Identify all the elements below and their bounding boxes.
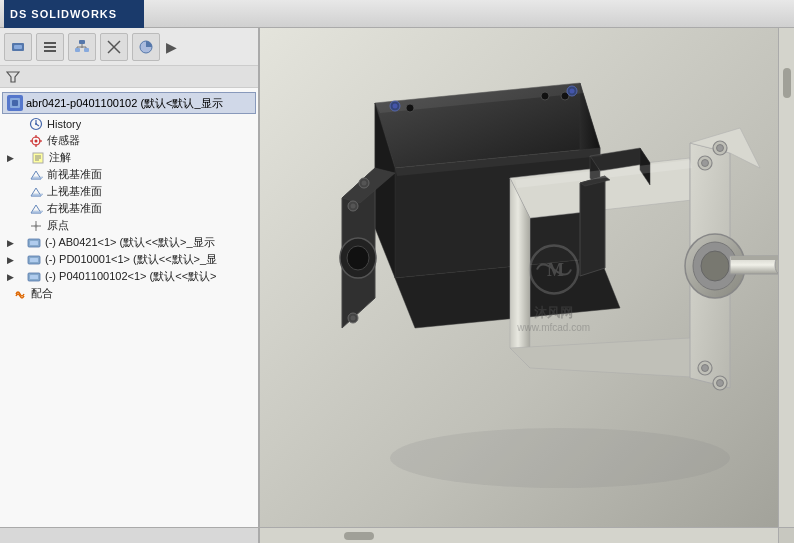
- tree-item-history[interactable]: History: [0, 116, 258, 132]
- svg-rect-17: [12, 100, 18, 106]
- ab0421-icon: [26, 236, 42, 250]
- p0401100102-expand-arrow[interactable]: ▶: [4, 271, 16, 283]
- viewport-scroll-corner: [778, 527, 794, 543]
- ab0421-label: (-) AB0421<1> (默认<<默认>_显示: [45, 235, 215, 250]
- 3d-model-svg: [260, 28, 794, 543]
- svg-point-98: [393, 104, 398, 109]
- tree-root-item[interactable]: abr0421-p0401100102 (默认<默认_显示: [2, 92, 256, 114]
- svg-rect-6: [75, 48, 80, 52]
- top-bar: DS SOLIDWORKS: [0, 0, 794, 28]
- svg-marker-37: [31, 211, 43, 213]
- svg-rect-7: [84, 48, 89, 52]
- tree-item-right-plane[interactable]: 右视基准面: [0, 200, 258, 217]
- hscrollbar-thumb[interactable]: [344, 532, 374, 540]
- assembly-tab-button[interactable]: [4, 33, 32, 61]
- cross-tab-button[interactable]: [100, 33, 128, 61]
- svg-rect-42: [30, 241, 38, 245]
- 3d-viewport[interactable]: M 沐风网 www.mfcad.com: [260, 28, 794, 543]
- svg-marker-35: [31, 194, 43, 196]
- pd010001-icon: [26, 253, 42, 267]
- more-button[interactable]: ▶: [166, 39, 177, 55]
- svg-point-75: [702, 365, 709, 372]
- svg-rect-44: [30, 258, 38, 262]
- viewport-vscrollbar[interactable]: [778, 28, 794, 527]
- svg-point-77: [717, 145, 724, 152]
- svg-point-79: [717, 380, 724, 387]
- tree-item-top-plane[interactable]: 上视基准面: [0, 183, 258, 200]
- svg-rect-1: [14, 45, 22, 49]
- tree-item-annotation[interactable]: ▶ 注解: [0, 149, 258, 166]
- svg-point-59: [351, 204, 356, 209]
- tree-item-ab0421[interactable]: ▶ (-) AB0421<1> (默认<<默认>_显示: [0, 234, 258, 251]
- svg-point-61: [351, 316, 356, 321]
- mate-label: 配合: [31, 286, 53, 301]
- tree-item-pd010001[interactable]: ▶ (-) PD010001<1> (默认<<默认>_显: [0, 251, 258, 268]
- left-panel-bottom: [0, 527, 258, 543]
- pd010001-expand-arrow[interactable]: ▶: [4, 254, 16, 266]
- feature-tree[interactable]: abr0421-p0401100102 (默认<默认_显示 History: [0, 88, 258, 527]
- svg-point-100: [570, 89, 575, 94]
- root-icon: [7, 95, 23, 111]
- history-label: History: [47, 118, 81, 130]
- top-plane-label: 上视基准面: [47, 184, 102, 199]
- svg-point-82: [701, 251, 729, 281]
- svg-marker-33: [31, 177, 43, 179]
- svg-rect-2: [44, 42, 56, 44]
- sensor-icon: [28, 134, 44, 148]
- svg-point-27: [35, 139, 38, 142]
- svg-point-48: [390, 428, 730, 488]
- svg-rect-5: [79, 40, 85, 44]
- tree-item-mate[interactable]: 配合: [0, 285, 258, 302]
- root-label: abr0421-p0401100102 (默认<默认_显示: [26, 96, 223, 111]
- p0401100102-icon: [26, 270, 42, 284]
- p0401100102-label: (-) P0401100102<1> (默认<<默认>: [45, 269, 217, 284]
- front-plane-label: 前视基准面: [47, 167, 102, 182]
- svg-marker-89: [580, 176, 605, 276]
- annotation-icon: [30, 151, 46, 165]
- tree-item-origin[interactable]: 原点: [0, 217, 258, 234]
- filter-icon: [6, 70, 20, 84]
- history-icon: [28, 117, 44, 131]
- list-tab-button[interactable]: [36, 33, 64, 61]
- tree-item-front-plane[interactable]: 前视基准面: [0, 166, 258, 183]
- right-plane-icon: [28, 202, 44, 216]
- origin-label: 原点: [47, 218, 69, 233]
- left-panel: ▶ abr0421-p0401100102 (默认<默认_显示: [0, 28, 260, 543]
- svg-point-73: [702, 160, 709, 167]
- feature-manager-toolbar: ▶: [0, 28, 258, 66]
- svg-point-40: [35, 224, 38, 227]
- svg-marker-15: [7, 72, 19, 82]
- sensor-label: 传感器: [47, 133, 80, 148]
- annotation-expand-arrow[interactable]: ▶: [4, 152, 16, 164]
- model-canvas: M 沐风网 www.mfcad.com: [260, 28, 794, 543]
- svg-point-63: [362, 181, 367, 186]
- tree-item-p0401100102[interactable]: ▶ (-) P0401100102<1> (默认<<默认>: [0, 268, 258, 285]
- svg-rect-4: [44, 50, 56, 52]
- front-plane-icon: [28, 168, 44, 182]
- svg-point-94: [406, 104, 414, 112]
- main-layout: ▶ abr0421-p0401100102 (默认<默认_显示: [0, 28, 794, 543]
- viewport-hscrollbar[interactable]: [260, 527, 778, 543]
- logo-text: DS SOLIDWORKS: [10, 8, 117, 20]
- origin-icon: [28, 219, 44, 233]
- right-plane-label: 右视基准面: [47, 201, 102, 216]
- pd010001-label: (-) PD010001<1> (默认<<默认>_显: [45, 252, 217, 267]
- svg-rect-3: [44, 46, 56, 48]
- annotation-label: 注解: [49, 150, 71, 165]
- vscrollbar-thumb[interactable]: [783, 68, 791, 98]
- svg-rect-46: [30, 275, 38, 279]
- tree-item-sensor[interactable]: 传感器: [0, 132, 258, 149]
- ab0421-expand-arrow[interactable]: ▶: [4, 237, 16, 249]
- logo-area: DS SOLIDWORKS: [4, 0, 144, 28]
- svg-rect-85: [731, 256, 779, 260]
- svg-point-21: [35, 123, 37, 125]
- mate-icon: [12, 287, 28, 301]
- svg-point-95: [541, 92, 549, 100]
- filter-bar: [0, 66, 258, 88]
- svg-point-65: [347, 246, 369, 270]
- pie-tab-button[interactable]: [132, 33, 160, 61]
- top-plane-icon: [28, 185, 44, 199]
- tree-tab-button[interactable]: [68, 33, 96, 61]
